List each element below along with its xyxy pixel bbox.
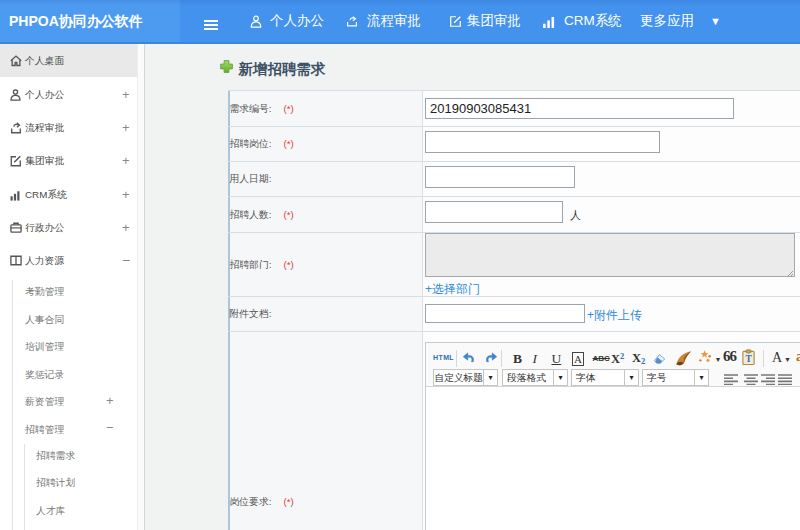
svg-text:T: T [745, 354, 752, 364]
